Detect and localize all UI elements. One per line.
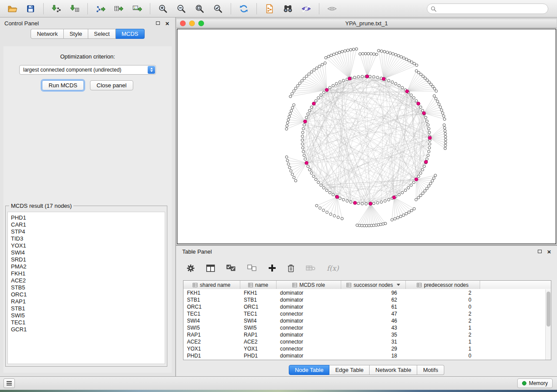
mcds-result-item[interactable]: CAR1	[11, 221, 162, 228]
mcds-result-item[interactable]: ACE2	[11, 277, 162, 284]
network-node[interactable]	[301, 139, 304, 141]
delete-table-button[interactable]	[306, 265, 315, 271]
network-node[interactable]	[430, 83, 432, 86]
network-node[interactable]	[325, 189, 328, 192]
zoom-fit-button[interactable]	[192, 2, 208, 15]
network-node[interactable]	[330, 54, 332, 57]
network-node[interactable]	[433, 95, 436, 97]
network-node[interactable]	[327, 55, 330, 58]
network-node[interactable]	[373, 53, 375, 55]
search-input[interactable]	[439, 5, 548, 13]
network-node[interactable]	[417, 71, 420, 74]
column-header-shared-name[interactable]: shared name	[183, 281, 240, 289]
network-node[interactable]	[361, 75, 363, 78]
network-node[interactable]	[365, 203, 367, 205]
network-node[interactable]	[419, 106, 422, 109]
network-node[interactable]	[438, 103, 440, 106]
network-node[interactable]	[444, 141, 447, 144]
network-node[interactable]	[443, 118, 446, 120]
dominator-node[interactable]	[312, 102, 316, 106]
zoom-out-button[interactable]	[173, 2, 189, 15]
dominator-node[interactable]	[428, 136, 432, 140]
mcds-result-item[interactable]: ORC1	[11, 291, 162, 298]
show-details-button[interactable]	[324, 2, 340, 15]
network-node[interactable]	[337, 216, 339, 219]
network-node[interactable]	[362, 52, 364, 55]
network-node[interactable]	[291, 93, 294, 95]
network-node[interactable]	[322, 186, 325, 189]
table-row[interactable]: PHD1PHD1dominator180	[183, 352, 545, 359]
mcds-result-item[interactable]: SRD1	[11, 256, 162, 263]
network-node[interactable]	[415, 100, 418, 102]
network-node[interactable]	[286, 121, 289, 124]
network-node[interactable]	[301, 147, 304, 149]
network-node[interactable]	[387, 199, 390, 201]
network-node[interactable]	[375, 53, 378, 56]
network-node[interactable]	[407, 186, 410, 189]
table-row[interactable]: STB1STB1dominator620	[183, 296, 545, 303]
network-node[interactable]	[421, 168, 424, 171]
network-node[interactable]	[428, 81, 430, 83]
dominator-node[interactable]	[353, 201, 357, 205]
network-node[interactable]	[288, 115, 291, 118]
network-node[interactable]	[444, 132, 446, 135]
network-node[interactable]	[315, 100, 317, 102]
network-node[interactable]	[324, 62, 326, 64]
network-node[interactable]	[349, 201, 352, 203]
network-node[interactable]	[301, 135, 304, 138]
mcds-result-item[interactable]: YOX1	[11, 242, 162, 249]
network-node[interactable]	[391, 219, 393, 221]
network-node[interactable]	[380, 201, 383, 203]
network-node[interactable]	[428, 147, 431, 149]
network-node[interactable]	[384, 199, 386, 202]
network-node[interactable]	[405, 58, 408, 61]
network-node[interactable]	[310, 172, 313, 175]
network-node[interactable]	[301, 131, 304, 134]
close-panel-button-2[interactable]: Close panel	[90, 80, 133, 90]
network-node[interactable]	[321, 63, 324, 66]
dominator-node[interactable]	[415, 178, 418, 181]
network-node[interactable]	[422, 75, 424, 78]
network-node[interactable]	[289, 95, 292, 98]
network-node[interactable]	[428, 131, 431, 134]
network-node[interactable]	[367, 52, 370, 55]
network-node[interactable]	[341, 50, 343, 53]
mcds-result-item[interactable]: GCR1	[11, 326, 162, 333]
network-node[interactable]	[293, 176, 295, 179]
network-node[interactable]	[420, 73, 422, 76]
mcds-result-item[interactable]: SWI4	[11, 249, 162, 256]
table-row[interactable]: FKH1FKH1dominator962	[183, 289, 545, 296]
network-node[interactable]	[329, 86, 331, 89]
network-node[interactable]	[439, 106, 442, 108]
network-node[interactable]	[290, 170, 292, 172]
network-node[interactable]	[307, 113, 309, 115]
network-node[interactable]	[332, 193, 335, 196]
mcds-result-item[interactable]: TEC1	[11, 319, 162, 326]
network-node[interactable]	[429, 182, 432, 185]
export-network-button[interactable]	[93, 2, 108, 15]
run-mcds-button[interactable]: Run MCDS	[42, 80, 84, 90]
import-network-button[interactable]	[48, 2, 64, 15]
network-node[interactable]	[355, 48, 358, 50]
network-node[interactable]	[294, 179, 297, 182]
network-node[interactable]	[443, 115, 445, 117]
network-node[interactable]	[289, 112, 291, 115]
mcds-result-list[interactable]: PHD1CAR1STP4TID3YOX1SWI4SRD1PMA2FKH1ACE2…	[7, 212, 165, 364]
network-node[interactable]	[332, 84, 335, 87]
network-node[interactable]	[397, 55, 400, 57]
network-node[interactable]	[286, 124, 288, 127]
network-node[interactable]	[422, 192, 424, 195]
dominator-node[interactable]	[305, 162, 308, 165]
network-node[interactable]	[305, 116, 308, 119]
network-node[interactable]	[429, 143, 431, 145]
network-node[interactable]	[419, 194, 422, 197]
network-node[interactable]	[326, 211, 329, 213]
network-node[interactable]	[320, 184, 322, 186]
table-row[interactable]: ACE2ACE2connector311	[183, 338, 545, 345]
network-node[interactable]	[373, 76, 375, 78]
dominator-node[interactable]	[382, 77, 385, 81]
network-node[interactable]	[399, 215, 402, 218]
network-node[interactable]	[349, 48, 352, 51]
network-node[interactable]	[313, 69, 315, 71]
dominator-node[interactable]	[336, 195, 339, 199]
